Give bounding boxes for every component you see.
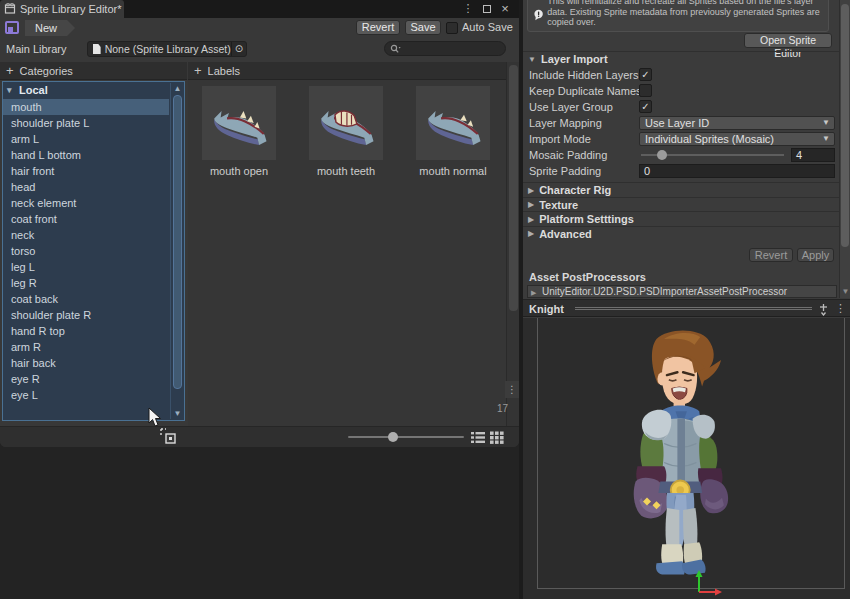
labels-grid: mouth openmouth teethmouth normal bbox=[188, 80, 506, 426]
mosaic-padding-value[interactable]: 4 bbox=[791, 148, 835, 162]
foldout-advanced[interactable]: ▶Advanced bbox=[523, 226, 850, 241]
category-item-hand-l-bottom[interactable]: hand L bottom bbox=[3, 147, 169, 163]
category-item-hair-front[interactable]: hair front bbox=[3, 163, 169, 179]
layer-mapping-dropdown[interactable]: Use Layer ID▼ bbox=[639, 116, 835, 130]
layer-import-title: Layer Import bbox=[541, 53, 608, 65]
search-field[interactable] bbox=[384, 41, 506, 56]
category-item-hand-r-top[interactable]: hand R top bbox=[3, 323, 169, 339]
categories-header-label: Categories bbox=[20, 65, 73, 77]
property-label: Import Mode bbox=[523, 133, 639, 145]
category-item-eye-l[interactable]: eye L bbox=[3, 387, 169, 403]
main-library-value: None (Sprite Library Asset) bbox=[105, 43, 231, 55]
category-item-shoulder-plate-r[interactable]: shoulder plate R bbox=[3, 307, 169, 323]
main-library-object-field[interactable]: None (Sprite Library Asset) ⊙ bbox=[87, 41, 247, 57]
category-item-arm-l[interactable]: arm L bbox=[3, 131, 169, 147]
preview-drag-handle[interactable] bbox=[575, 307, 812, 310]
sprite-thumbnail-mouth-open[interactable] bbox=[202, 86, 276, 160]
foldout-closed-icon: ▶ bbox=[528, 229, 534, 238]
asset-doc-icon bbox=[93, 44, 101, 54]
auto-save-checkbox[interactable] bbox=[446, 22, 458, 34]
add-label-icon[interactable]: + bbox=[194, 63, 202, 78]
auto-save-label: Auto Save bbox=[462, 21, 513, 33]
category-item-neck[interactable]: neck bbox=[3, 227, 169, 243]
postprocessor-foldout[interactable]: UnityEditor.U2D.PSD.PSDImporterAssetPost… bbox=[527, 285, 837, 298]
foldout-character-rig[interactable]: ▶Character Rig bbox=[523, 182, 850, 197]
import-mode-dropdown[interactable]: Individual Sprites (Mosaic)▼ bbox=[639, 132, 835, 146]
tab-sprite-library-editor[interactable]: Sprite Library Editor* bbox=[0, 0, 124, 18]
thumbnail-zoom-thumb[interactable] bbox=[388, 432, 398, 442]
close-icon[interactable]: × bbox=[497, 0, 513, 17]
slider-thumb[interactable] bbox=[657, 150, 667, 160]
categories-items: mouthshoulder plate Larm Lhand L bottomh… bbox=[3, 99, 184, 403]
category-item-torso[interactable]: torso bbox=[3, 243, 169, 259]
foldout-platform-setttings[interactable]: ▶Platform Setttings bbox=[523, 211, 850, 226]
add-category-icon[interactable]: + bbox=[6, 63, 14, 78]
category-item-coat-front[interactable]: coat front bbox=[3, 211, 169, 227]
inspector-row-mosaic-padding: Mosaic Padding4 bbox=[523, 147, 837, 163]
chevron-down-icon: ▼ bbox=[822, 133, 830, 145]
categories-scroll-thumb[interactable] bbox=[173, 95, 182, 389]
import-help-text: This will reinitialize and recreate all … bbox=[545, 0, 828, 31]
sprite-padding-field[interactable]: 0 bbox=[639, 164, 835, 178]
inspector-apply-button[interactable]: Apply bbox=[797, 248, 834, 262]
sprite-label: mouth normal bbox=[398, 165, 508, 177]
sprite-thumbnail-mouth-normal[interactable] bbox=[416, 86, 490, 160]
inspector-scrollbar[interactable]: ▼ bbox=[839, 0, 850, 298]
property-label: Sprite Padding bbox=[523, 165, 639, 177]
category-item-eye-r[interactable]: eye R bbox=[3, 371, 169, 387]
foldout-texture[interactable]: ▶Texture bbox=[523, 197, 850, 212]
inspector-row-include-hidden-layers: Include Hidden Layers✓ bbox=[523, 67, 837, 83]
inspector-revert-button[interactable]: Revert bbox=[749, 248, 793, 262]
dropdown-value: Individual Sprites (Mosaic) bbox=[645, 133, 774, 145]
window-menu-icon[interactable]: ⋮ bbox=[460, 0, 476, 17]
category-item-neck-element[interactable]: neck element bbox=[3, 195, 169, 211]
import-help-box: This will reinitialize and recreate all … bbox=[527, 0, 829, 32]
categories-scrollbar[interactable]: ▲ ▼ bbox=[170, 83, 183, 419]
category-item-arm-r[interactable]: arm R bbox=[3, 339, 169, 355]
include-hidden-layers-checkbox[interactable]: ✓ bbox=[639, 68, 652, 81]
new-button[interactable]: New bbox=[25, 20, 75, 36]
layer-import-rows: Include Hidden Layers✓Keep Duplicate Nam… bbox=[523, 67, 837, 179]
scroll-up-icon[interactable]: ▲ bbox=[171, 83, 184, 94]
category-item-shoulder-plate-l[interactable]: shoulder plate L bbox=[3, 115, 169, 131]
keep-duplicate-names-checkbox[interactable] bbox=[639, 84, 652, 97]
scroll-down-icon[interactable]: ▼ bbox=[171, 408, 184, 419]
save-button[interactable]: Save bbox=[405, 20, 441, 35]
inspector-scroll-thumb[interactable] bbox=[841, 4, 849, 247]
category-item-leg-r[interactable]: leg R bbox=[3, 275, 169, 291]
labels-scroll-thumb[interactable] bbox=[509, 65, 518, 311]
use-layer-group-checkbox[interactable]: ✓ bbox=[639, 100, 652, 113]
overflow-badge: 17 bbox=[497, 403, 508, 414]
category-item-mouth[interactable]: mouth bbox=[3, 99, 169, 115]
category-item-hair-back[interactable]: hair back bbox=[3, 355, 169, 371]
foldout-title: Platform Setttings bbox=[539, 213, 634, 225]
preview-header[interactable]: Knight ⋮ bbox=[523, 299, 850, 317]
thumbnail-zoom-slider[interactable] bbox=[348, 436, 464, 438]
overflow-menu-icon[interactable]: ⋮ bbox=[505, 381, 519, 398]
categories-header: + Categories bbox=[0, 62, 187, 80]
mouse-cursor bbox=[148, 407, 163, 428]
preview-area bbox=[523, 318, 850, 599]
open-sprite-editor-button[interactable]: Open Sprite Editor bbox=[744, 33, 832, 48]
category-item-head[interactable]: head bbox=[3, 179, 169, 195]
inspector-scroll-down-icon[interactable]: ▼ bbox=[840, 287, 850, 296]
revert-button[interactable]: Revert bbox=[356, 20, 400, 35]
sprite-library-icon bbox=[4, 3, 16, 15]
labels-header: + Labels bbox=[188, 62, 519, 80]
category-item-coat-back[interactable]: coat back bbox=[3, 291, 169, 307]
sprite-image bbox=[206, 90, 272, 156]
list-view-icon[interactable] bbox=[471, 431, 485, 444]
tab-title: Sprite Library Editor* bbox=[20, 3, 122, 15]
object-picker-icon[interactable]: ⊙ bbox=[231, 42, 246, 56]
sprite-thumbnail-mouth-teeth[interactable] bbox=[309, 86, 383, 160]
category-item-leg-l[interactable]: leg L bbox=[3, 259, 169, 275]
maximize-icon[interactable] bbox=[479, 0, 495, 17]
inspector-row-keep-duplicate-names: Keep Duplicate Names bbox=[523, 83, 837, 99]
preview-popout-icon[interactable] bbox=[817, 303, 830, 316]
grid-view-icon[interactable] bbox=[490, 431, 504, 444]
preview-menu-icon[interactable]: ⋮ bbox=[835, 302, 846, 315]
layer-import-foldout[interactable]: ▼ Layer Import bbox=[523, 51, 850, 66]
category-group-local[interactable]: Local bbox=[3, 82, 184, 99]
labels-scrollbar[interactable] bbox=[506, 62, 519, 426]
sprite-library-editor-window: Sprite Library Editor* ⋮ × New Revert Sa… bbox=[0, 0, 519, 447]
